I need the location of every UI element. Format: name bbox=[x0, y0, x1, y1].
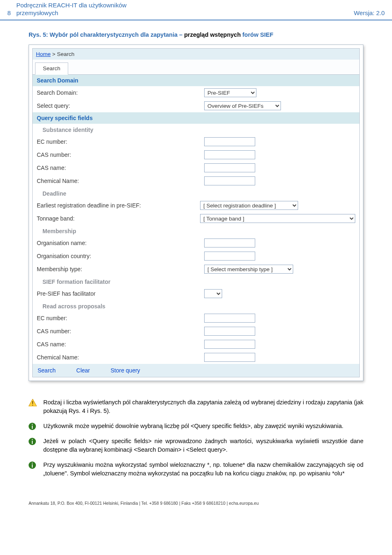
info-icon bbox=[29, 437, 43, 454]
figure-caption-prefix: Rys. 5: Wybór pól charakterystycznych dl… bbox=[29, 31, 184, 38]
search-domain-title: Search Domain bbox=[33, 75, 359, 86]
screenshot-app: Home > Search Search Search Domain Searc… bbox=[29, 45, 363, 381]
cas-name2-label: CAS name: bbox=[33, 338, 200, 351]
cas-number2-input[interactable] bbox=[204, 327, 255, 336]
org-name-input[interactable] bbox=[204, 238, 255, 247]
membership-heading: Membership bbox=[33, 225, 359, 236]
warning-icon bbox=[29, 398, 43, 415]
note-2: Użytkownik może wypełnić dowolnie wybran… bbox=[43, 422, 363, 430]
doc-title: Podręcznik REACH-IT dla użytkowników prz… bbox=[16, 2, 354, 17]
ec-number2-label: EC number: bbox=[33, 312, 200, 325]
svg-rect-5 bbox=[32, 426, 33, 429]
tonnage-band-select[interactable]: [ Tonnage band ] bbox=[200, 214, 355, 223]
substance-identity-heading: Substance identity bbox=[33, 124, 359, 135]
breadcrumb: Home > Search bbox=[33, 49, 359, 60]
ec-number2-input[interactable] bbox=[204, 314, 255, 323]
membership-type-select[interactable]: [ Select membership type ] bbox=[204, 265, 293, 274]
cas-number2-label: CAS number: bbox=[33, 325, 200, 338]
tab-strip: Search bbox=[33, 60, 359, 75]
svg-rect-8 bbox=[32, 441, 33, 444]
chemical-name-input[interactable] bbox=[204, 176, 255, 185]
select-query-label: Select query: bbox=[33, 99, 200, 112]
membership-type-label: Membership type: bbox=[33, 263, 200, 276]
page-header: 8 Podręcznik REACH-IT dla użytkowników p… bbox=[0, 0, 392, 20]
note-4: Przy wyszukiwaniu można wykorzystać symb… bbox=[43, 461, 363, 478]
breadcrumb-home[interactable]: Home bbox=[36, 51, 51, 57]
doc-version: Wersja: 2.0 bbox=[354, 9, 385, 17]
doc-title-line2: przemysłowych bbox=[16, 9, 58, 16]
doc-title-line1: Podręcznik REACH-IT dla użytkowników bbox=[16, 2, 127, 9]
clear-button[interactable]: Clear bbox=[75, 366, 96, 374]
note-3: Jeżeli w polach <Query specific fields> … bbox=[43, 437, 363, 454]
svg-rect-2 bbox=[32, 405, 33, 406]
org-country-input[interactable] bbox=[204, 252, 255, 261]
figure-caption-bold: przegląd wstępnych bbox=[184, 31, 243, 38]
earliest-deadline-select[interactable]: [ Select registration deadline ] bbox=[200, 201, 298, 210]
cas-number-input[interactable] bbox=[204, 150, 255, 159]
info-icon bbox=[29, 422, 43, 430]
has-facilitator-label: Pre-SIEF has facilitator bbox=[33, 287, 200, 300]
org-country-label: Organisation country: bbox=[33, 250, 200, 263]
select-query-select[interactable]: Overview of Pre-SIEFs bbox=[204, 101, 281, 110]
chemical-name2-label: Chemical Name: bbox=[33, 351, 200, 364]
read-across-heading: Read across proposals bbox=[33, 300, 359, 312]
page-number: 8 bbox=[7, 9, 16, 17]
button-bar: Search Clear Store query bbox=[33, 364, 359, 377]
store-query-button[interactable]: Store query bbox=[109, 366, 147, 374]
breadcrumb-sep: > bbox=[51, 51, 57, 57]
svg-rect-11 bbox=[32, 464, 33, 468]
tab-search[interactable]: Search bbox=[35, 62, 68, 75]
ec-number-input[interactable] bbox=[204, 137, 255, 146]
query-specific-title: Query specific fields bbox=[33, 112, 359, 124]
figure-caption: Rys. 5: Wybór pól charakterystycznych dl… bbox=[29, 31, 363, 39]
page-footer: Annankatu 18, P.O. Box 400, FI-00121 Hel… bbox=[0, 484, 392, 513]
cas-name-input[interactable] bbox=[204, 163, 255, 172]
cas-number-label: CAS number: bbox=[33, 148, 200, 161]
cas-name2-input[interactable] bbox=[204, 340, 255, 349]
chemical-name-label: Chemical Name: bbox=[33, 174, 200, 187]
svg-rect-4 bbox=[32, 424, 33, 425]
figure-caption-suffix: forów SIEF bbox=[243, 31, 274, 38]
cas-name-label: CAS name: bbox=[33, 161, 200, 174]
info-icon bbox=[29, 461, 43, 478]
svg-rect-7 bbox=[32, 439, 33, 440]
chemical-name2-input[interactable] bbox=[204, 353, 255, 362]
notes-block: Rodzaj i liczba wyświetlanych pól charak… bbox=[29, 398, 363, 478]
note-1: Rodzaj i liczba wyświetlanych pól charak… bbox=[43, 398, 363, 415]
earliest-deadline-label: Earliest registration deadline in pre-SI… bbox=[33, 199, 196, 212]
tonnage-band-label: Tonnage band: bbox=[33, 212, 196, 225]
svg-rect-1 bbox=[32, 401, 33, 404]
sief-facilitator-heading: SIEF formation facilitator bbox=[33, 276, 359, 287]
ec-number-label: EC number: bbox=[33, 135, 200, 148]
search-domain-select[interactable]: Pre-SIEF bbox=[204, 88, 256, 97]
org-name-label: Organisation name: bbox=[33, 236, 200, 250]
breadcrumb-current: Search bbox=[57, 51, 74, 57]
search-domain-label: Search Domain: bbox=[33, 86, 200, 99]
search-button[interactable]: Search bbox=[36, 366, 62, 374]
svg-rect-10 bbox=[32, 463, 33, 464]
deadline-heading: Deadline bbox=[33, 187, 359, 199]
has-facilitator-select[interactable] bbox=[204, 289, 222, 298]
